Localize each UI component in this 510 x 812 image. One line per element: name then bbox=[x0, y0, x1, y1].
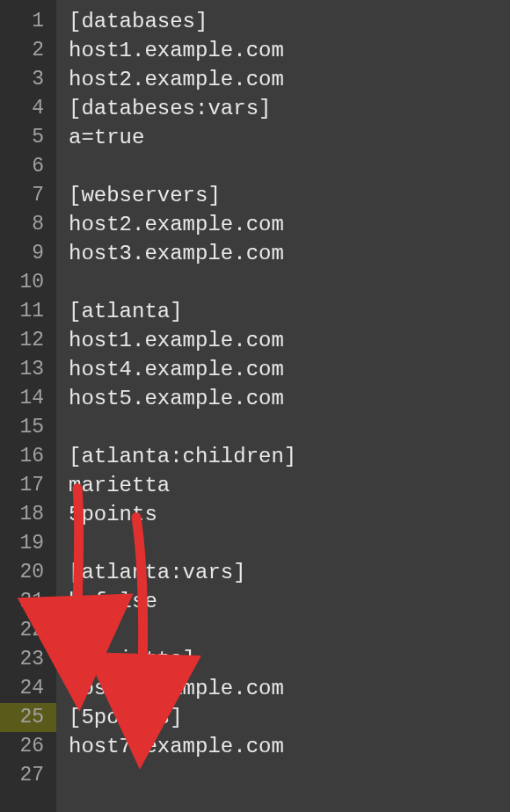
line-number: 15 bbox=[0, 413, 56, 442]
line-number: 5 bbox=[0, 123, 56, 152]
code-text: host7.example.com bbox=[69, 735, 284, 758]
code-text: [atlanta:vars] bbox=[69, 561, 246, 584]
code-text: host3.example.com bbox=[69, 242, 284, 265]
code-line[interactable]: [atlanta] bbox=[69, 297, 510, 326]
code-line[interactable]: [databases] bbox=[69, 7, 510, 36]
code-text: a=true bbox=[69, 126, 144, 149]
code-editor[interactable]: 1234567891011121314151617181920212223242… bbox=[0, 0, 510, 812]
code-line[interactable]: host4.example.com bbox=[69, 355, 510, 384]
code-line[interactable]: [atlanta:children] bbox=[69, 442, 510, 471]
code-text: host6.example.com bbox=[69, 677, 284, 700]
line-number: 14 bbox=[0, 384, 56, 413]
line-number: 4 bbox=[0, 94, 56, 123]
code-line[interactable]: host1.example.com bbox=[69, 36, 510, 65]
code-text: [databases] bbox=[69, 10, 208, 33]
code-text: host1.example.com bbox=[69, 39, 284, 62]
code-line[interactable]: [webservers] bbox=[69, 181, 510, 210]
code-text: host1.example.com bbox=[69, 329, 284, 352]
line-number: 16 bbox=[0, 442, 56, 471]
code-text: [atlanta] bbox=[69, 300, 183, 323]
code-line[interactable]: b=false bbox=[69, 587, 510, 616]
code-line[interactable] bbox=[69, 616, 510, 645]
line-number: 10 bbox=[0, 268, 56, 297]
line-number: 18 bbox=[0, 500, 56, 529]
code-text: host2.example.com bbox=[69, 68, 284, 91]
line-number: 24 bbox=[0, 674, 56, 703]
line-number: 11 bbox=[0, 297, 56, 326]
code-text: host2.example.com bbox=[69, 213, 284, 236]
code-line[interactable] bbox=[69, 152, 510, 181]
code-line[interactable]: host2.example.com bbox=[69, 65, 510, 94]
code-line[interactable]: host3.example.com bbox=[69, 239, 510, 268]
line-number: 22 bbox=[0, 616, 56, 645]
line-number-gutter: 1234567891011121314151617181920212223242… bbox=[0, 0, 56, 812]
line-number: 1 bbox=[0, 7, 56, 36]
line-number: 26 bbox=[0, 732, 56, 761]
code-line[interactable]: [databeses:vars] bbox=[69, 94, 510, 123]
code-line[interactable]: marietta bbox=[69, 471, 510, 500]
code-line[interactable]: host6.example.com bbox=[69, 674, 510, 703]
line-number: 27 bbox=[0, 761, 56, 790]
code-text: [marietta] bbox=[69, 648, 195, 671]
code-line[interactable]: host2.example.com bbox=[69, 210, 510, 239]
line-number: 20 bbox=[0, 558, 56, 587]
line-number: 12 bbox=[0, 326, 56, 355]
line-number: 21 bbox=[0, 587, 56, 616]
line-number: 17 bbox=[0, 471, 56, 500]
line-number: 19 bbox=[0, 529, 56, 558]
code-line[interactable] bbox=[69, 268, 510, 297]
line-number: 3 bbox=[0, 65, 56, 94]
code-text: [databeses:vars] bbox=[69, 97, 271, 120]
line-number: 7 bbox=[0, 181, 56, 210]
line-number: 23 bbox=[0, 645, 56, 674]
code-text: 5points bbox=[69, 503, 157, 526]
code-line[interactable] bbox=[69, 529, 510, 558]
code-line[interactable]: [atlanta:vars] bbox=[69, 558, 510, 587]
code-text: [atlanta:children] bbox=[69, 445, 296, 468]
code-line[interactable]: host7.example.com bbox=[69, 732, 510, 761]
code-line[interactable]: 5points bbox=[69, 500, 510, 529]
code-text: host4.example.com bbox=[69, 358, 284, 381]
code-text: [5points] bbox=[69, 706, 183, 729]
code-line[interactable]: [5points] bbox=[69, 703, 510, 732]
code-text: [webservers] bbox=[69, 184, 221, 207]
code-area[interactable]: [databases]host1.example.comhost2.exampl… bbox=[56, 0, 510, 812]
code-text: host5.example.com bbox=[69, 387, 284, 410]
code-line[interactable]: host1.example.com bbox=[69, 326, 510, 355]
code-line[interactable] bbox=[69, 761, 510, 790]
line-number: 8 bbox=[0, 210, 56, 239]
code-line[interactable]: [marietta] bbox=[69, 645, 510, 674]
line-number: 25 bbox=[0, 703, 56, 732]
code-text: b=false bbox=[69, 590, 157, 613]
line-number: 6 bbox=[0, 152, 56, 181]
code-line[interactable] bbox=[69, 413, 510, 442]
code-line[interactable]: host5.example.com bbox=[69, 384, 510, 413]
code-text: marietta bbox=[69, 474, 170, 497]
line-number: 9 bbox=[0, 239, 56, 268]
code-line[interactable]: a=true bbox=[69, 123, 510, 152]
line-number: 13 bbox=[0, 355, 56, 384]
line-number: 2 bbox=[0, 36, 56, 65]
